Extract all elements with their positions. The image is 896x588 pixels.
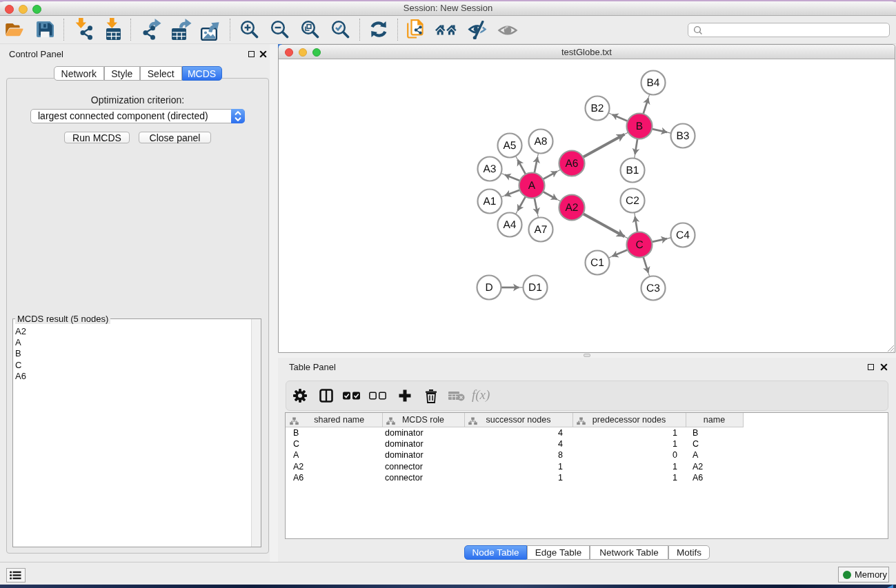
svg-text:A2: A2 (566, 202, 579, 214)
svg-text:A: A (528, 180, 536, 192)
svg-text:A7: A7 (535, 224, 548, 236)
svg-text:C2: C2 (626, 195, 639, 207)
svg-text:D: D (485, 282, 492, 294)
svg-text:B4: B4 (647, 77, 660, 89)
svg-text:C3: C3 (646, 283, 660, 294)
svg-text:C1: C1 (590, 257, 604, 269)
svg-text:B2: B2 (591, 103, 604, 114)
svg-text:A5: A5 (504, 140, 517, 152)
svg-text:B: B (636, 121, 643, 132)
svg-text:A1: A1 (484, 196, 497, 207)
svg-text:C4: C4 (676, 230, 690, 241)
svg-text:A6: A6 (566, 158, 579, 170)
svg-text:C: C (635, 239, 643, 251)
svg-text:A8: A8 (535, 136, 548, 148)
svg-text:B3: B3 (677, 130, 690, 142)
svg-text:B1: B1 (626, 165, 639, 176)
svg-text:D1: D1 (528, 282, 542, 294)
svg-text:A4: A4 (504, 219, 517, 231)
svg-text:A3: A3 (484, 163, 497, 175)
